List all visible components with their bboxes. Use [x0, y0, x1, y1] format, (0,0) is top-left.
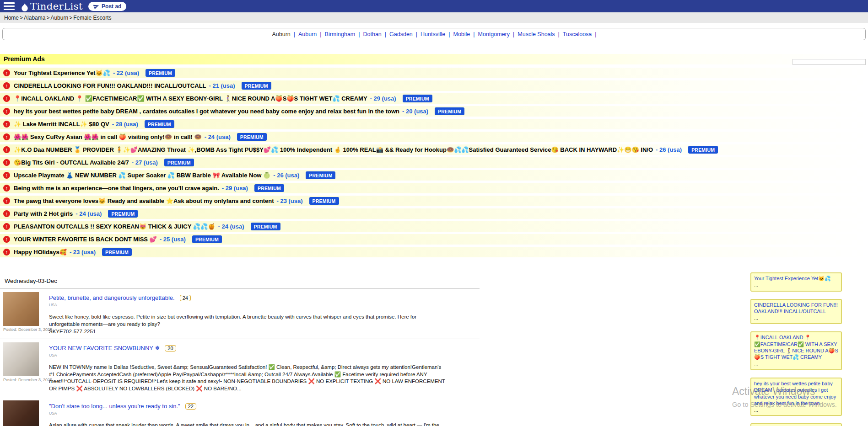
city-link-huntsville[interactable]: Huntsville: [419, 31, 447, 37]
premium-ad-row[interactable]: ↑ ✨K.O Daa NUMBER 🏅 PROVIDER 🧍✨💕AMAZING …: [0, 144, 868, 155]
breadcrumb: Home > Alabama > Auburn > Female Escorts: [0, 12, 868, 23]
premium-ad-age: - 28 (usa): [112, 121, 138, 128]
premium-ad-title[interactable]: 😘Big Tits Girl - OUTCALL Available 24/7: [14, 159, 129, 166]
premium-ad-title[interactable]: Upscale Playmate 👗 NEW NUMBER 💦 Super So…: [14, 172, 270, 179]
up-arrow-icon: ↑: [3, 108, 10, 115]
premium-ad-title[interactable]: PLEASANTON OUTCALLS !! SEXY KOREAN😻 THIC…: [14, 223, 215, 230]
breadcrumb-city[interactable]: Auburn: [50, 15, 68, 21]
up-arrow-icon: ↑: [3, 82, 10, 89]
premium-ad-title[interactable]: Party with 2 Hot girls: [14, 210, 73, 217]
premium-ad-row[interactable]: ↑ Party with 2 Hot girls - 24 (usa) PREM…: [0, 208, 868, 219]
city-link-muscle-shoals[interactable]: Muscle Shoals: [516, 31, 556, 37]
premium-ad-age: - 24 (usa): [75, 210, 102, 217]
premium-ad-title[interactable]: CINDERELLA LOOKING FOR FUN!!! OAKLAND!!!…: [14, 82, 206, 89]
premium-ad-row[interactable]: ↑ YOUR WINTER FAVORITE IS BACK DONT MISS…: [0, 234, 868, 245]
premium-ad-title[interactable]: Being with me is an experience—one that …: [14, 185, 219, 192]
premium-ad-row[interactable]: ↑ 😘Big Tits Girl - OUTCALL Available 24/…: [0, 157, 868, 168]
horizontal-scrollbar[interactable]: [793, 59, 866, 65]
premium-ad-age: - 25 (usa): [160, 236, 186, 243]
city-link-gadsden[interactable]: Gadsden: [388, 31, 415, 37]
premium-ad-row[interactable]: ↑ Being with me is an experience—one tha…: [0, 183, 868, 193]
premium-ad-title[interactable]: ✨K.O Daa NUMBER 🏅 PROVIDER 🧍✨💕AMAZING Th…: [14, 146, 653, 153]
premium-ad-age: - 23 (usa): [276, 197, 302, 204]
sidebar-ad-ellipsis: ...: [754, 361, 838, 367]
premium-ad-row[interactable]: ↑ The pawg that everyone loves🐱 Ready an…: [0, 196, 868, 206]
premium-ad-age: - 26 (usa): [273, 172, 299, 179]
breadcrumb-home[interactable]: Home: [4, 15, 19, 21]
site-logo-text: TinderList: [30, 1, 83, 12]
premium-ad-age: - 23 (usa): [70, 249, 96, 256]
premium-ad-title[interactable]: hey its your best wettes petite baby DRE…: [14, 108, 399, 115]
premium-ad-title[interactable]: 📍INCALL OAKLAND 📍 ✅FACETIME/CAR✅ WITH A …: [14, 95, 367, 102]
premium-ad-row[interactable]: ↑ PLEASANTON OUTCALLS !! SEXY KOREAN😻 TH…: [0, 221, 868, 232]
city-link-montgomery[interactable]: Montgomery: [476, 31, 512, 37]
city-link-dothan[interactable]: Dothan: [361, 31, 383, 37]
city-nav-box: Auburn | Auburn | Birmingham | Dothan | …: [2, 28, 866, 40]
listing-age-badge: 24: [180, 295, 191, 301]
premium-badge: PREMIUM: [102, 248, 132, 256]
hamburger-menu-icon[interactable]: [4, 2, 15, 10]
sidebar-premium-box[interactable]: ↑ ✨ Lake Merritt INCALL✨ $80 QV ...: [750, 423, 842, 426]
premium-ad-title[interactable]: Happy HOlidays🥰: [14, 249, 67, 256]
listing-description: Sweet like honey, bold like espresso. Pe…: [49, 314, 448, 328]
premium-ad-age: - 27 (usa): [132, 159, 158, 166]
sidebar-premium-box[interactable]: Your Tightest Experience Yet🐱💦 ...: [750, 272, 842, 292]
up-arrow-icon: ↑: [3, 249, 10, 256]
premium-sidebar: Your Tightest Experience Yet🐱💦 ... CINDE…: [750, 272, 842, 426]
up-arrow-icon: ↑: [3, 223, 10, 230]
city-link-tuscaloosa[interactable]: Tuscaloosa: [561, 31, 593, 37]
premium-ad-row[interactable]: ↑ Upscale Playmate 👗 NEW NUMBER 💦 Super …: [0, 170, 868, 181]
breadcrumb-state[interactable]: Alabama: [24, 15, 45, 21]
listing-description: NEW IN TOWNMy name is Dallas !Seductive,…: [49, 364, 448, 392]
listing-thumbnail[interactable]: [3, 292, 39, 326]
premium-ad-title[interactable]: 🌺🌺 Sexy CuRvy Asian 🌺🌺 in call 🍑 visitin…: [14, 133, 202, 140]
listing-title-link[interactable]: "Don't stare too long... unless you're r…: [49, 403, 180, 410]
premium-ad-row[interactable]: ↑ ✨ Lake Merritt INCALL✨ $80 QV - 28 (us…: [0, 119, 868, 129]
sidebar-ad-ellipsis: ...: [754, 315, 838, 321]
city-separator: |: [415, 31, 419, 37]
premium-ad-title[interactable]: Your Tightest Experience Yet🐱💦: [14, 69, 110, 76]
up-arrow-icon: ↑: [3, 197, 10, 204]
city-link-auburn[interactable]: Auburn: [297, 31, 318, 37]
city-link-birmingham[interactable]: Birmingham: [323, 31, 357, 37]
listing-thumbnail[interactable]: [3, 400, 39, 426]
listing-row: Posted: December 3, 2025 Petite, brunett…: [0, 288, 480, 339]
up-arrow-icon: ↑: [3, 121, 10, 128]
site-logo[interactable]: TinderList: [20, 1, 83, 12]
up-arrow-icon: ↑: [3, 69, 10, 76]
top-navbar: TinderList Post ad: [0, 0, 868, 12]
sidebar-premium-box[interactable]: hey its your best wettes petite baby DRE…: [750, 378, 842, 416]
city-link-mobile[interactable]: Mobile: [451, 31, 472, 37]
premium-ad-age: - 29 (usa): [222, 185, 248, 192]
premium-ad-row[interactable]: ↑ 📍INCALL OAKLAND 📍 ✅FACETIME/CAR✅ WITH …: [0, 93, 868, 104]
up-arrow-icon: ↑: [3, 95, 10, 102]
listing-title-link[interactable]: YOUR NEW FAVORITE SNOWBUNNY ❄: [49, 345, 160, 351]
breadcrumb-category[interactable]: Female Escorts: [73, 15, 111, 21]
sidebar-ad-link[interactable]: 📍INCALL OAKLAND 📍 ✅FACETIME/CAR✅ WITH A …: [754, 334, 838, 360]
city-separator: |: [357, 31, 361, 37]
city-separator: |: [593, 31, 598, 37]
premium-ad-title[interactable]: ✨ Lake Merritt INCALL✨ $80 QV: [14, 121, 109, 128]
listing-posted-date: Posted: December 3, 2025: [3, 378, 44, 382]
premium-ad-row[interactable]: ↑ 🌺🌺 Sexy CuRvy Asian 🌺🌺 in call 🍑 visit…: [0, 132, 868, 142]
premium-ad-age: - 20 (usa): [402, 108, 428, 115]
sidebar-premium-box[interactable]: CINDERELLA LOOKING FOR FUN!!! OAKLAND!!!…: [750, 299, 842, 325]
paper-plane-icon: [93, 3, 99, 9]
premium-ad-row[interactable]: ↑ CINDERELLA LOOKING FOR FUN!!! OAKLAND!…: [0, 80, 868, 91]
breadcrumb-separator: >: [46, 15, 49, 21]
sidebar-ad-link[interactable]: hey its your best wettes petite baby DRE…: [754, 380, 838, 406]
sidebar-premium-box[interactable]: 📍INCALL OAKLAND 📍 ✅FACETIME/CAR✅ WITH A …: [750, 331, 842, 370]
post-ad-button[interactable]: Post ad: [88, 2, 126, 11]
listing-thumbnail[interactable]: [3, 342, 39, 376]
premium-ad-row[interactable]: ↑ hey its your best wettes petite baby D…: [0, 106, 868, 117]
listing-title-link[interactable]: Petite, brunette, and dangerously unforg…: [49, 294, 175, 301]
premium-ad-title[interactable]: YOUR WINTER FAVORITE IS BACK DONT MISS 💕: [14, 236, 157, 243]
up-arrow-icon: ↑: [3, 185, 10, 192]
sidebar-ad-link[interactable]: Your Tightest Experience Yet🐱💦: [754, 275, 838, 282]
premium-badge: PREMIUM: [242, 82, 271, 90]
premium-ad-row[interactable]: ↑ Happy HOlidays🥰 - 23 (usa) PREMIUM: [0, 247, 868, 257]
premium-ad-title[interactable]: The pawg that everyone loves🐱 Ready and …: [14, 197, 274, 204]
sidebar-ad-link[interactable]: CINDERELLA LOOKING FOR FUN!!! OAKLAND!!!…: [754, 302, 838, 315]
premium-ad-row[interactable]: ↑ Your Tightest Experience Yet🐱💦 - 22 (u…: [0, 68, 868, 78]
sidebar-ad-ellipsis: ...: [754, 407, 838, 413]
